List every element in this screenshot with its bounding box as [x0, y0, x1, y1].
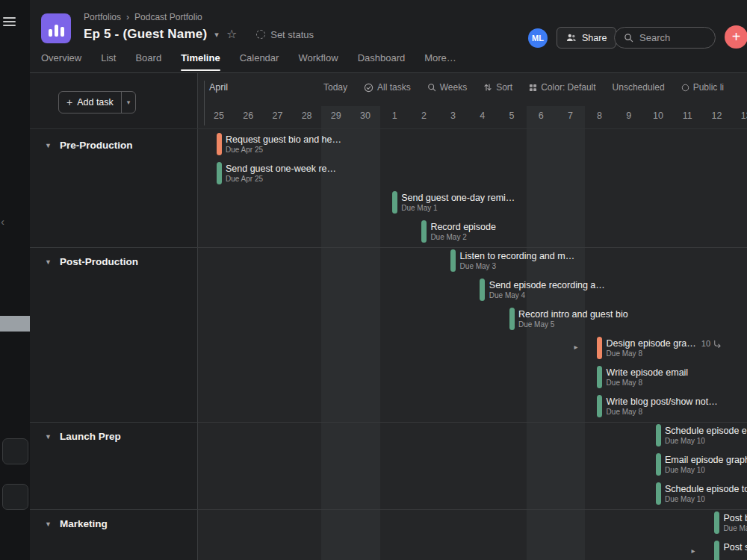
task-name[interactable]: Post b	[723, 513, 747, 523]
share-button[interactable]: Share	[557, 27, 616, 49]
status-circle-icon	[256, 30, 265, 39]
task-due: Due Apr 25	[226, 146, 263, 154]
task-due: Due May 10	[665, 466, 705, 474]
control-label: All tasks	[377, 82, 411, 93]
section-launch-prep[interactable]: ▼Launch Prep	[45, 431, 121, 442]
tab-more[interactable]: More…	[424, 52, 456, 71]
task-bar[interactable]	[656, 453, 661, 476]
chevron-down-icon[interactable]: ▼	[45, 258, 52, 266]
task-due: Due May 5	[518, 320, 554, 329]
month-tick	[204, 81, 205, 125]
control-sort[interactable]: Sort	[483, 82, 512, 93]
date-1: 1	[392, 111, 397, 121]
date-8: 8	[597, 111, 602, 121]
tab-dashboard[interactable]: Dashboard	[358, 52, 406, 71]
task-bar[interactable]	[656, 482, 661, 505]
task-due: Due May 4	[489, 291, 525, 299]
task-bar[interactable]	[421, 220, 427, 243]
task-due: Due Ma	[723, 524, 747, 532]
control-label: Weeks	[440, 82, 467, 93]
favorite-star-icon[interactable]: ☆	[226, 28, 237, 40]
tab-overview[interactable]: Overview	[41, 52, 81, 71]
task-due: Due May 3	[460, 262, 496, 270]
tab-calendar[interactable]: Calendar	[240, 52, 279, 71]
task-bar[interactable]	[217, 133, 222, 155]
set-status-button[interactable]: Set status	[256, 29, 314, 40]
section-name: Marketing	[60, 518, 108, 529]
project-icon[interactable]	[41, 13, 71, 43]
task-name[interactable]: Schedule episode to	[665, 484, 747, 494]
timeline-grid[interactable]: April TodayAll tasksWeeksSortColor: Defa…	[198, 73, 747, 560]
task-name[interactable]: Listen to recording and m…	[460, 251, 575, 261]
add-task-button[interactable]: + Add task ▾	[58, 91, 136, 113]
task-name[interactable]: Email episode graph	[665, 455, 747, 465]
date-5: 5	[509, 111, 515, 121]
project-header: Portfolios › Podcast Portfolio Ep 5 - (G…	[30, 0, 747, 73]
app-window: ‹ Portfolios › Podcast Portfolio Ep 5 - …	[0, 0, 747, 560]
control-weeks[interactable]: Weeks	[427, 82, 467, 93]
task-name[interactable]: Request guest bio and he…	[226, 134, 341, 145]
task-due: Due Apr 25	[226, 175, 263, 183]
tab-list[interactable]: List	[101, 52, 116, 71]
control-color-default[interactable]: Color: Default	[529, 82, 595, 93]
timeline-controls: TodayAll tasksWeeksSortColor: DefaultUns…	[323, 82, 724, 93]
breadcrumb-podcast-portfolio[interactable]: Podcast Portfolio	[134, 12, 202, 22]
task-name[interactable]: Schedule episode e	[665, 426, 747, 436]
control-today[interactable]: Today	[323, 82, 347, 93]
task-bar[interactable]	[597, 366, 602, 388]
add-task-dropdown[interactable]: ▾	[121, 92, 136, 113]
breadcrumb-portfolios[interactable]: Portfolios	[84, 12, 121, 22]
control-public-li[interactable]: Public li	[681, 82, 724, 93]
tab-board[interactable]: Board	[135, 52, 161, 71]
expand-subtasks-icon[interactable]: ▸	[691, 547, 695, 555]
task-bar[interactable]	[509, 308, 515, 330]
section-marketing[interactable]: ▼Marketing	[45, 518, 108, 529]
control-all-tasks[interactable]: All tasks	[364, 82, 411, 93]
task-bar[interactable]	[714, 511, 719, 534]
chevron-down-icon[interactable]: ▼	[45, 142, 52, 149]
title-chevron-down-icon[interactable]: ▾	[214, 30, 219, 40]
section-name: Pre-Production	[60, 140, 133, 151]
expand-subtasks-icon[interactable]: ▸	[574, 343, 578, 351]
task-bar[interactable]	[480, 279, 485, 301]
sidebar-fragment-tile	[2, 438, 28, 464]
chevron-down-icon[interactable]: ▼	[45, 520, 52, 528]
task-bar[interactable]	[450, 249, 456, 272]
task-name[interactable]: Record episode	[430, 222, 496, 232]
task-name[interactable]: Send episode recording a…	[489, 280, 605, 290]
task-name[interactable]: Record intro and guest bio	[518, 309, 628, 320]
task-name[interactable]: Write episode email	[607, 367, 689, 378]
task-name[interactable]: Send guest one-week re…	[226, 164, 336, 174]
task-name[interactable]: Post s	[723, 542, 747, 553]
task-bar[interactable]	[656, 424, 661, 447]
page-title: Ep 5 - (Guest Name)	[84, 27, 207, 42]
task-bar[interactable]	[597, 337, 602, 359]
date-11: 11	[683, 111, 692, 121]
task-bar[interactable]	[597, 395, 602, 417]
control-label: Public li	[693, 82, 724, 93]
task-name[interactable]: Send guest one-day remi…	[401, 193, 515, 203]
collapsed-sidebar: ‹	[0, 0, 30, 560]
control-unscheduled[interactable]: Unscheduled	[613, 82, 665, 93]
subtask-count: 10	[701, 339, 721, 348]
task-bar[interactable]	[217, 162, 222, 184]
section-post-production[interactable]: ▼Post-Production	[45, 256, 138, 267]
tab-workflow[interactable]: Workflow	[298, 52, 338, 71]
chevron-down-icon[interactable]: ▼	[45, 433, 52, 441]
search-input[interactable]: Search	[614, 27, 716, 49]
avatar[interactable]: ML	[528, 28, 548, 48]
date-30: 30	[360, 111, 371, 121]
section-divider	[30, 422, 747, 423]
tab-timeline[interactable]: Timeline	[181, 52, 220, 71]
task-bar[interactable]	[714, 541, 719, 560]
date-26: 26	[243, 111, 253, 121]
task-bar[interactable]	[392, 191, 397, 214]
task-name[interactable]: Write blog post/show not…	[607, 396, 718, 407]
section-pre-production[interactable]: ▼Pre-Production	[45, 140, 132, 151]
create-button[interactable]: +	[725, 25, 747, 49]
sort-icon	[483, 83, 492, 92]
menu-icon[interactable]	[3, 15, 16, 28]
task-due: Due May 10	[665, 437, 705, 445]
task-name[interactable]: Design episode gra…10	[607, 338, 721, 349]
date-29: 29	[331, 111, 341, 121]
